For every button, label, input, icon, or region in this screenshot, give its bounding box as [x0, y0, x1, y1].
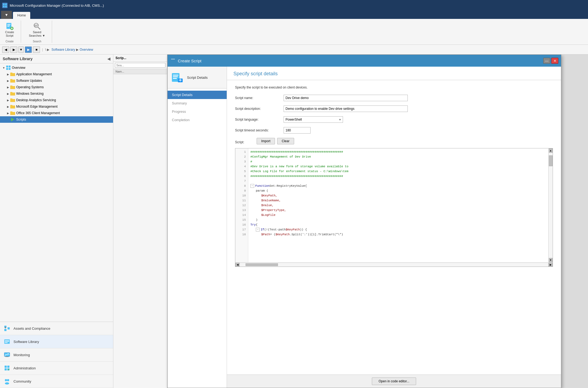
dialog-minimize-btn[interactable]: — [543, 58, 550, 64]
scroll-down-btn[interactable]: ▼ [549, 258, 553, 262]
scroll-track [549, 153, 553, 258]
h-scroll-thumb[interactable] [246, 263, 278, 266]
script-lang-control: PowerShell JavaScript [284, 116, 553, 123]
scripts-icon [10, 117, 15, 122]
nav-item-sw-library[interactable]: Software Library [0, 335, 113, 348]
nav-overview[interactable]: Overview [80, 48, 93, 52]
nav-bar: ◀ ▶ ▼ ▶ ■ | \ ▶ Software Library ▶ Overv… [0, 45, 588, 55]
nav-item-assets[interactable]: Assets and Compliance [0, 322, 113, 335]
wizard-step-summary[interactable]: Summary [168, 99, 227, 107]
tree-item-scripts[interactable]: Scripts [0, 116, 113, 123]
code-line-3: # [250, 159, 546, 164]
saved-searches-button[interactable]: SavedSearches ▼ [26, 21, 47, 39]
import-button[interactable]: Import [257, 138, 275, 144]
nav-dropdown-button[interactable]: ▼ [18, 46, 24, 53]
script-name-input[interactable] [284, 95, 408, 101]
app-window: Microsoft Configuration Manager (Connect… [0, 0, 588, 388]
code-line-8: − Function Set-RegistryKeyValue{ [250, 183, 546, 188]
script-timeout-input[interactable] [284, 127, 311, 134]
nav-monitoring-label: Monitoring [13, 353, 30, 357]
tree-office365-label: Office 365 Client Management [16, 111, 111, 115]
svg-rect-53 [173, 75, 178, 76]
nav-item-monitoring[interactable]: Monitoring [0, 348, 113, 362]
tree-item-app-mgmt[interactable]: ▶ Application Management [0, 71, 113, 77]
script-lang-select[interactable]: PowerShell JavaScript [284, 116, 343, 123]
clear-button[interactable]: Clear [277, 138, 294, 144]
svg-rect-1 [5, 4, 7, 5]
create-script-button[interactable]: CreateScript [3, 21, 16, 39]
sidebar-collapse-btn[interactable]: ◀ [107, 57, 110, 61]
tree-item-win-servicing[interactable]: ▶ Windows Servicing [0, 90, 113, 97]
wizard-step-completion[interactable]: Completion [168, 116, 227, 124]
code-horizontal-scrollbar[interactable]: ◀ ▶ [235, 262, 553, 267]
expand-win-servicing: ▶ [6, 91, 10, 96]
forward-button[interactable]: ▶ [10, 46, 17, 53]
code-line-12: $Value, [250, 203, 546, 208]
refresh-button[interactable]: ▶ [25, 46, 32, 53]
wizard-step-progress[interactable]: Progress [168, 107, 227, 116]
expand-if-icon: − [256, 228, 260, 232]
script-desc-control [284, 105, 553, 112]
svg-rect-46 [5, 368, 7, 370]
tree-edge-mgmt-label: Microsoft Edge Management [16, 105, 111, 108]
svg-rect-28 [10, 98, 12, 100]
svg-rect-24 [10, 86, 12, 87]
script-list-search-input[interactable] [115, 63, 165, 68]
assets-icon [3, 325, 11, 332]
wizard-content: Specify script details Specify the scrip… [227, 67, 561, 388]
tree-item-edge-mgmt[interactable]: ▶ Microsoft Edge Management [0, 103, 113, 110]
script-name-label: Script name: [235, 96, 284, 100]
code-content: ########################################… [248, 148, 548, 262]
dialog-close-btn[interactable]: ✕ [551, 58, 558, 64]
tree-item-sw-updates[interactable]: ▶ Software Updates [0, 77, 113, 84]
stop-button[interactable]: ■ [33, 46, 40, 53]
code-editor[interactable]: 1 2 3 4 5 6 7 8 9 10 [235, 148, 553, 262]
nav-software-library[interactable]: Software Library [52, 48, 75, 52]
expand-sw-updates: ▶ [6, 79, 10, 83]
dialog-overlay: Create Script — ✕ [167, 55, 588, 388]
svg-rect-3 [5, 6, 7, 7]
scroll-right-btn[interactable]: ▶ [548, 263, 553, 267]
scroll-left-btn[interactable]: ◀ [235, 263, 240, 267]
wizard-step-script-details[interactable]: Script Details [168, 91, 227, 99]
code-editor-container: 1 2 3 4 5 6 7 8 9 10 [235, 148, 553, 267]
tree-item-da-servicing[interactable]: ▶ Desktop Analytics Servicing [0, 97, 113, 103]
svg-rect-7 [7, 26, 9, 27]
svg-line-12 [38, 27, 40, 29]
open-code-editor-btn[interactable]: Open in code editor... [372, 377, 416, 385]
script-desc-input[interactable] [284, 105, 408, 112]
code-vertical-scrollbar[interactable]: ▲ ▼ [548, 148, 553, 262]
svg-rect-13 [34, 25, 38, 25]
code-line-16: Try { [250, 222, 546, 227]
sw-library-icon [3, 338, 11, 345]
wizard-icon [171, 71, 184, 84]
nav-item-community[interactable]: Community [0, 375, 113, 388]
scroll-thumb[interactable] [549, 155, 553, 166]
back-button[interactable]: ◀ [2, 46, 9, 53]
tree-da-servicing-label: Desktop Analytics Servicing [16, 98, 111, 102]
nav-path: Software Library ▶ Overview [52, 48, 93, 52]
ribbon-tab-home[interactable]: Home [13, 12, 30, 19]
h-scroll-track [240, 263, 548, 266]
tree-item-overview[interactable]: ▼ Overview [0, 64, 113, 71]
code-line-18: $Path = ($KeyPath.Split(':'))[1].TrimSta… [250, 232, 546, 237]
wizard-page-title: Specify script details [233, 71, 278, 76]
script-list-panel: Scrip... Nam... [113, 55, 167, 388]
expand-os: ▶ [6, 85, 10, 89]
nav-item-administration[interactable]: Administration [0, 362, 113, 375]
svg-rect-0 [3, 4, 5, 5]
tree-sw-updates-label: Software Updates [16, 79, 111, 83]
tree-item-os[interactable]: ▶ Operating Systems [0, 84, 113, 90]
sidebar-header: Software Library ◀ [0, 55, 113, 63]
scroll-up-btn[interactable]: ▲ [549, 148, 553, 153]
tree-item-office365[interactable]: ▶ Office 365 Client Management [0, 110, 113, 116]
dialog-window-icon [170, 58, 176, 63]
svg-rect-51 [171, 59, 175, 59]
folder-icon-app-mgmt [10, 72, 15, 77]
svg-rect-36 [8, 327, 10, 329]
folder-icon-office365 [10, 111, 15, 115]
code-line-13: $PropertyType, [250, 208, 546, 213]
ribbon-menu-btn[interactable]: ▼ [1, 11, 12, 19]
svg-rect-18 [9, 68, 11, 70]
wizard-footer: Open in code editor... [227, 375, 561, 388]
